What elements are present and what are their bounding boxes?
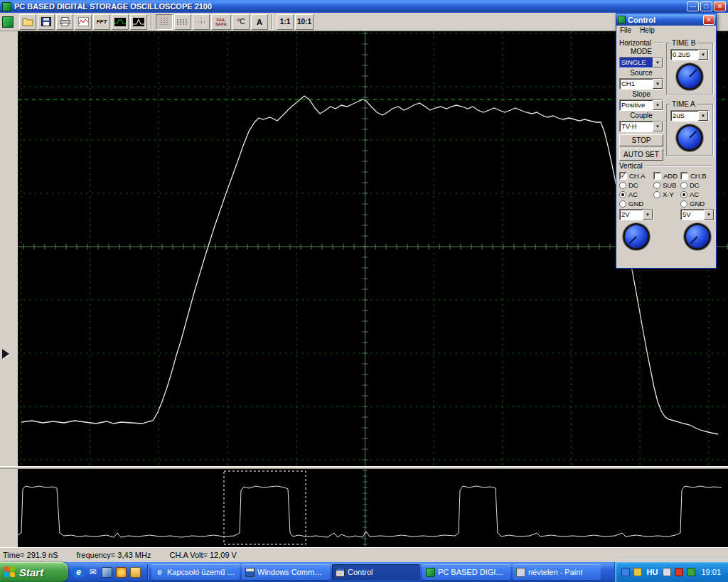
couple-label: Couple	[619, 112, 663, 120]
menu-file[interactable]: File	[620, 26, 631, 36]
failsafe-button[interactable]: FAIL SAFE	[211, 14, 231, 30]
windows-logo-icon	[4, 566, 16, 578]
time-a-select[interactable]: 2uS▼	[670, 110, 709, 122]
taskbar-task-commander[interactable]: Windows Commande...	[242, 564, 330, 580]
status-time: Time= 291.9 nS	[3, 551, 58, 559]
taskbar-task-paint[interactable]: névtelen - Paint	[513, 564, 601, 580]
horizontal-group-label: Horizontal	[619, 38, 663, 47]
printer-icon	[60, 17, 70, 26]
language-indicator[interactable]: HU	[646, 568, 660, 576]
time-b-select[interactable]: 0.2uS▼	[670, 49, 709, 60]
open-button[interactable]	[19, 14, 36, 30]
ie-icon: e	[155, 568, 164, 577]
taskbar-task-control[interactable]: Control	[332, 564, 420, 580]
grid-vlines-icon	[159, 18, 170, 26]
updates-tray-icon[interactable]	[633, 568, 642, 576]
fft-button[interactable]: FFT	[93, 14, 110, 30]
volume-icon[interactable]	[663, 568, 671, 576]
scope-display-button[interactable]	[112, 14, 129, 30]
grid-dots-button[interactable]	[156, 14, 173, 30]
source-label: Source	[619, 69, 663, 77]
minimize-button[interactable]: —	[687, 1, 699, 11]
taskbar: Start e ✉ eKapcsoló üzemű táp ... Window…	[0, 562, 728, 582]
knob-pointer	[628, 236, 636, 244]
taskbar-separator	[147, 564, 149, 580]
chb-gnd-radio[interactable]: GND	[680, 199, 714, 208]
screen: PC BASED DIGITAL STORAGE OSCILLOSCOPE 21…	[0, 0, 728, 582]
dropdown-arrow-icon[interactable]: ▼	[653, 100, 663, 110]
dropdown-arrow-icon[interactable]: ▼	[653, 58, 663, 68]
chb-position-knob[interactable]	[684, 223, 711, 250]
dropdown-arrow-icon[interactable]: ▼	[698, 111, 708, 121]
chb-volts-select[interactable]: 5V▼	[680, 209, 714, 220]
folder-quicklaunch-icon[interactable]	[130, 567, 141, 578]
control-body: Horizontal MODE SINGLE▼ Source CH1▼ Slop…	[616, 36, 716, 252]
antivirus-tray-icon[interactable]	[675, 568, 683, 576]
ie-quicklaunch-icon[interactable]: e	[73, 567, 84, 578]
cha-dc-radio[interactable]: DC	[619, 180, 653, 190]
show-desktop-icon[interactable]	[102, 567, 112, 578]
control-titlebar[interactable]: Control ✕	[616, 14, 716, 26]
mail-quicklaunch-icon[interactable]: ✉	[87, 567, 98, 578]
commander-icon	[245, 568, 255, 577]
taskbar-task-oscilloscope[interactable]: PC BASED DIGITAL ...	[422, 564, 510, 580]
dropdown-arrow-icon[interactable]: ▼	[643, 210, 653, 220]
messenger-tray-icon[interactable]	[621, 568, 630, 576]
mode-select[interactable]: SINGLE▼	[619, 57, 663, 68]
overview-scope-display[interactable]	[18, 469, 728, 547]
slope-select[interactable]: Positive▼	[619, 99, 663, 111]
cha-ac-radio[interactable]: AC	[619, 190, 653, 199]
chb-ac-radio[interactable]: AC	[680, 190, 714, 199]
control-app-icon	[336, 568, 345, 577]
control-close-button[interactable]: ✕	[703, 15, 714, 25]
cha-gnd-radio[interactable]: GND	[619, 199, 653, 208]
dropdown-arrow-icon[interactable]: ▼	[698, 50, 708, 60]
start-button[interactable]: Start	[0, 562, 68, 582]
cha-checkbox[interactable]: ✓CH.A	[619, 171, 653, 180]
time-b-knob[interactable]	[676, 63, 703, 90]
autoset-button[interactable]: AUTO SET	[619, 149, 663, 161]
persist-display-button[interactable]	[130, 14, 147, 30]
status-bar: Time= 291.9 nS frequency= 3,43 MHz CH.A …	[0, 547, 728, 562]
chart-button[interactable]	[75, 14, 92, 30]
stop-button[interactable]: STOP	[619, 134, 663, 146]
cha-position-knob[interactable]	[623, 223, 650, 250]
time-a-knob[interactable]	[676, 124, 703, 151]
ratio-10-1-button[interactable]: 10:1	[295, 14, 314, 30]
dropdown-arrow-icon[interactable]: ▼	[653, 122, 663, 131]
vertical-group-label: Vertical	[619, 161, 713, 170]
left-gutter-bottom	[0, 469, 18, 547]
trigger-marker[interactable]	[2, 349, 9, 359]
taskbar-task-kapcsolo[interactable]: eKapcsoló üzemű táp ...	[151, 564, 240, 580]
xy-radio[interactable]: X-Y	[653, 190, 680, 199]
main-titlebar[interactable]: PC BASED DIGITAL STORAGE OSCILLOSCOPE 21…	[0, 0, 728, 13]
knob-pointer	[689, 69, 697, 77]
control-window: Control ✕ File Help Horizontal MODE SING…	[616, 13, 717, 269]
print-button[interactable]	[56, 14, 73, 30]
couple-select[interactable]: TV-H▼	[619, 121, 663, 132]
source-select[interactable]: CH1▼	[619, 78, 663, 90]
system-tray: HU 19:01	[614, 562, 728, 582]
close-button[interactable]: ✕	[714, 1, 726, 11]
grid-hlines-button[interactable]	[174, 14, 191, 30]
add-checkbox[interactable]: ADD	[653, 171, 680, 180]
font-button[interactable]: A	[251, 14, 268, 30]
dropdown-arrow-icon[interactable]: ▼	[704, 210, 714, 220]
chb-checkbox[interactable]: CH.B	[680, 171, 714, 180]
maximize-button[interactable]: □	[700, 1, 712, 11]
sub-radio[interactable]: SUB	[653, 180, 680, 190]
clock[interactable]: 19:01	[701, 568, 721, 576]
save-button[interactable]	[38, 14, 55, 30]
celsius-button[interactable]: °C	[232, 14, 250, 30]
left-gutter	[0, 31, 18, 466]
toolbar-app-icon[interactable]	[2, 16, 14, 28]
toolbar-separator	[272, 15, 273, 29]
ratio-1-1-button[interactable]: 1:1	[277, 14, 294, 30]
grid-cross-button[interactable]	[193, 14, 210, 30]
chb-dc-radio[interactable]: DC	[680, 180, 714, 190]
dropdown-arrow-icon[interactable]: ▼	[653, 79, 663, 89]
menu-help[interactable]: Help	[640, 26, 655, 36]
cha-volts-select[interactable]: 2V▼	[619, 209, 653, 220]
network-tray-icon[interactable]	[687, 568, 695, 576]
media-player-icon[interactable]	[116, 567, 127, 578]
